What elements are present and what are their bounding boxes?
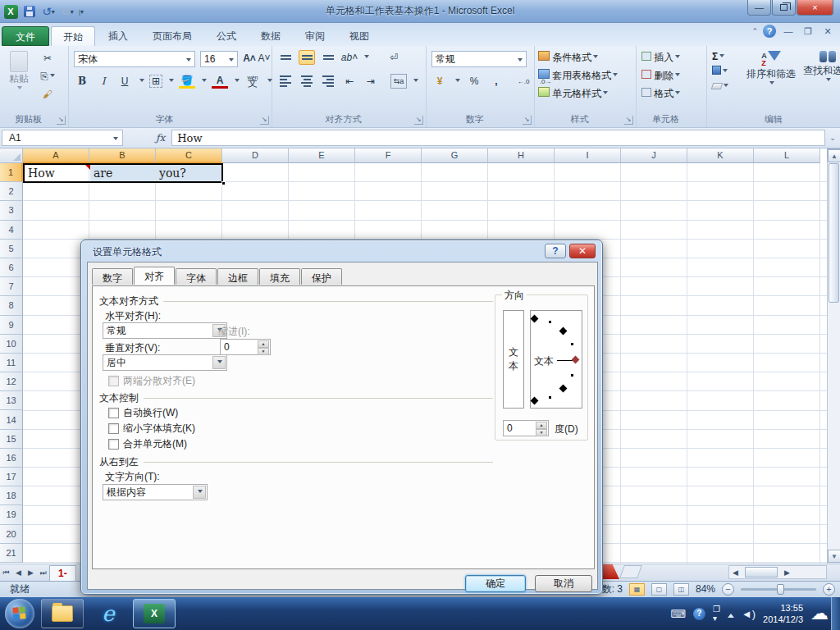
bold-icon[interactable]: B <box>74 74 90 89</box>
vertical-text-option[interactable]: 文本 <box>503 310 524 409</box>
phonetic-guide-icon[interactable]: wén文 <box>244 74 261 89</box>
dialog-tab-5[interactable]: 保护 <box>301 268 342 285</box>
zoom-out-icon[interactable]: − <box>722 583 734 596</box>
align-center-icon[interactable] <box>299 74 315 89</box>
horizontal-scroll-thumb[interactable] <box>745 567 778 578</box>
horizontal-scrollbar[interactable]: ◀ ▶ <box>728 565 827 579</box>
cell-B1[interactable]: are <box>90 165 156 181</box>
ribbon-tab-7[interactable]: 视图 <box>338 26 381 46</box>
spin-down-icon[interactable]: ▼ <box>258 348 269 355</box>
dialog-tab-2[interactable]: 字体 <box>176 268 217 285</box>
align-right-icon[interactable] <box>320 74 336 89</box>
horizontal-align-select[interactable]: 常规 <box>103 322 227 339</box>
first-sheet-icon[interactable]: ⏮ <box>0 568 12 578</box>
prev-sheet-icon[interactable]: ◀ <box>12 568 25 577</box>
column-header-H[interactable]: H <box>488 148 555 163</box>
dial-dot[interactable] <box>571 374 573 377</box>
vertical-scrollbar[interactable]: ▲ ▼ <box>827 148 840 564</box>
dial-dot[interactable] <box>531 397 539 405</box>
currency-icon[interactable]: ¥ <box>431 74 448 89</box>
align-left-icon[interactable] <box>277 74 294 89</box>
row-header-3[interactable]: 3 <box>0 201 23 220</box>
number-format-select[interactable]: 常规 <box>431 51 527 67</box>
zoom-in-icon[interactable]: + <box>823 583 835 596</box>
column-header-A[interactable]: A <box>23 148 89 163</box>
increase-indent-icon[interactable]: ⇥ <box>363 74 379 89</box>
row-header-10[interactable]: 10 <box>0 335 23 354</box>
row-header-1[interactable]: 1 <box>0 163 23 182</box>
workbook-restore-icon[interactable]: ❐ <box>801 26 815 37</box>
fill-color-icon[interactable]: 🪣 <box>179 74 195 89</box>
comma-icon[interactable]: , <box>488 74 504 89</box>
show-hidden-icons[interactable] <box>728 610 734 618</box>
cancel-button[interactable]: 取消 <box>535 575 592 592</box>
text-control-checkbox-2[interactable]: 合并单元格(M) <box>108 437 187 451</box>
cell-C1[interactable]: you? <box>156 165 221 181</box>
insert-cells-button[interactable]: 插入 <box>641 51 680 65</box>
dialog-tab-1[interactable]: 对齐 <box>134 267 175 285</box>
column-header-D[interactable]: D <box>222 148 289 163</box>
indent-spinner[interactable]: 0▲▼ <box>220 339 271 355</box>
font-color-icon[interactable]: A <box>212 74 228 89</box>
copy-icon[interactable]: ⎘ <box>39 69 56 84</box>
dialog-tab-3[interactable]: 边框 <box>217 268 258 285</box>
spin-up-icon[interactable]: ▲ <box>258 340 269 348</box>
dialog-close-icon[interactable]: ✕ <box>569 244 596 258</box>
column-header-I[interactable]: I <box>555 148 621 163</box>
ribbon-tab-5[interactable]: 数据 <box>249 26 292 46</box>
format-as-table-button[interactable]: 套用表格格式 <box>538 69 618 83</box>
ribbon-tab-4[interactable]: 公式 <box>205 26 248 46</box>
alignment-dialog-launcher[interactable]: ↘ <box>414 116 423 125</box>
borders-icon[interactable]: ⊞ <box>149 75 162 88</box>
autosum-button[interactable]: Σ <box>712 51 728 62</box>
decrease-indent-icon[interactable]: ⇤ <box>341 74 358 89</box>
start-button[interactable] <box>5 599 34 628</box>
row-header-6[interactable]: 6 <box>0 258 23 277</box>
row-header-15[interactable]: 15 <box>0 430 23 449</box>
volume-icon[interactable]: ◄) <box>742 608 756 620</box>
ribbon-tab-1[interactable]: 开始 <box>51 26 95 46</box>
row-header-7[interactable]: 7 <box>0 277 23 296</box>
taskbar-explorer-button[interactable] <box>41 599 84 628</box>
cell-A1[interactable]: How <box>25 165 90 181</box>
next-sheet-icon[interactable]: ▶ <box>25 568 37 577</box>
align-bottom-icon[interactable] <box>320 50 336 65</box>
align-top-icon[interactable] <box>277 50 294 65</box>
find-select-button[interactable]: 查找和选择 <box>802 51 840 84</box>
font-dialog-launcher[interactable]: ↘ <box>260 116 269 125</box>
column-header-G[interactable]: G <box>422 148 488 163</box>
dial-current-angle[interactable] <box>572 356 580 364</box>
ribbon-tab-3[interactable]: 页面布局 <box>141 26 203 46</box>
display-icon[interactable]: ❐▾ <box>713 605 720 623</box>
name-box[interactable]: A1 <box>2 130 123 146</box>
text-control-checkbox-1[interactable]: 缩小字体填充(K) <box>108 422 195 436</box>
workbook-minimize-icon[interactable]: — <box>781 26 796 36</box>
grow-font-icon[interactable]: A˄ <box>241 51 258 66</box>
minimize-button[interactable]: — <box>747 0 771 16</box>
column-header-F[interactable]: F <box>355 148 422 163</box>
taskbar-excel-button[interactable]: X <box>133 599 176 628</box>
styles-dialog-launcher[interactable]: ↘ <box>624 116 633 125</box>
close-button[interactable]: × <box>797 0 833 16</box>
vertical-scroll-thumb[interactable] <box>829 163 839 303</box>
column-header-C[interactable]: C <box>156 148 222 163</box>
scroll-right-icon[interactable]: ▶ <box>781 568 793 577</box>
dial-dot[interactable] <box>559 326 568 335</box>
dial-dot[interactable] <box>559 385 568 393</box>
column-header-E[interactable]: E <box>289 148 355 163</box>
fill-button[interactable] <box>712 66 728 77</box>
dialog-tab-4[interactable]: 填充 <box>259 268 300 285</box>
number-dialog-launcher[interactable]: ↘ <box>523 116 532 125</box>
dial-dot[interactable] <box>549 396 551 399</box>
align-middle-icon[interactable] <box>299 50 315 65</box>
formula-input[interactable]: How <box>171 130 825 146</box>
conditional-format-button[interactable]: 条件格式 <box>538 51 618 65</box>
selection-range[interactable]: Howareyou? <box>23 163 223 183</box>
scroll-left-icon[interactable]: ◀ <box>729 568 742 577</box>
text-direction-select[interactable]: 根据内容 <box>103 484 208 500</box>
font-name-select[interactable]: 宋体 <box>74 51 195 67</box>
row-header-2[interactable]: 2 <box>0 182 23 201</box>
wrap-text-icon[interactable]: ⏎ <box>386 50 402 65</box>
row-header-19[interactable]: 19 <box>0 505 23 524</box>
row-header-18[interactable]: 18 <box>0 486 23 505</box>
